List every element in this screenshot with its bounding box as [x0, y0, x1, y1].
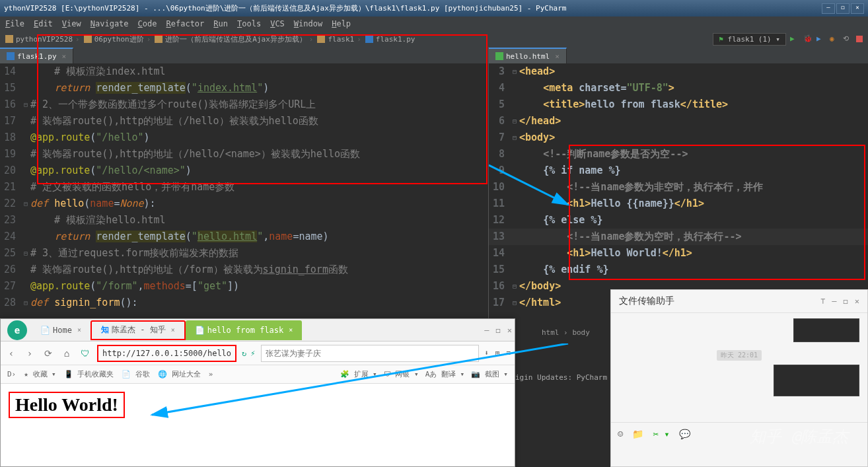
- folder-icon: [84, 35, 92, 43]
- window-title: ythonVIP2528 [E:\pythonVIP2528] - ...\06…: [4, 3, 566, 13]
- maximize-button[interactable]: ◻: [836, 3, 850, 14]
- refresh-icon[interactable]: ↻: [242, 349, 246, 358]
- browser-tab-home[interactable]: 📄 Home×: [31, 320, 90, 340]
- bookmark-google[interactable]: 📄 谷歌: [122, 369, 150, 379]
- main-menu: File Edit View Navigate Code Refactor Ru…: [0, 17, 868, 31]
- crumb-3[interactable]: flask1: [328, 35, 354, 44]
- profile-icon[interactable]: ◉: [830, 34, 839, 44]
- menu-help[interactable]: Help: [332, 19, 351, 28]
- minimize-button[interactable]: —: [822, 3, 835, 14]
- folder-icon: [317, 35, 325, 43]
- bookmark-mobile[interactable]: 📱 手机收藏夹: [64, 369, 114, 379]
- crumb-file[interactable]: flask1.py: [376, 35, 416, 44]
- bookmark-sites[interactable]: 🌐 网址大全: [158, 369, 201, 379]
- left-editor-tabs: flask1.py×: [0, 47, 488, 63]
- scissors-icon[interactable]: ✂ ▾: [653, 429, 669, 439]
- history-icon[interactable]: D›: [7, 370, 16, 378]
- ext-extensions[interactable]: 🧩 扩展 ▾: [340, 369, 377, 379]
- browser-window: e 📄 Home× 知 陈孟杰 - 知乎× 📄 hello from flask…: [0, 318, 515, 467]
- wc-maximize-icon[interactable]: ◻: [844, 297, 848, 306]
- ext-bank[interactable]: 🛡 网银 ▾: [384, 369, 419, 379]
- message-thumbnail[interactable]: [793, 318, 859, 342]
- chat-icon[interactable]: 💬: [679, 429, 690, 439]
- html-file-icon: [495, 52, 503, 60]
- tab-flask1-py[interactable]: flask1.py×: [0, 48, 73, 63]
- bookmarks-bar: D› ★ 收藏 ▾ 📱 手机收藏夹 📄 谷歌 🌐 网址大全 » 🧩 扩展 ▾ 🛡…: [1, 365, 515, 384]
- page-output: Hello World!: [9, 392, 125, 418]
- forward-icon[interactable]: ›: [23, 348, 36, 359]
- browser-maximize-icon[interactable]: ◻: [496, 326, 501, 335]
- crumb-root[interactable]: pythonVIP2528: [16, 35, 73, 44]
- menu-icon[interactable]: ≡: [506, 349, 511, 357]
- ext-translate[interactable]: Aあ 翻译 ▾: [425, 369, 465, 379]
- python-file-icon: [365, 35, 373, 43]
- attach-icon[interactable]: ⟲: [843, 34, 852, 44]
- address-bar[interactable]: http://127.0.0.1:5000/hello: [97, 345, 236, 362]
- close-icon[interactable]: ×: [555, 52, 560, 61]
- grid-icon[interactable]: ⊞: [495, 349, 500, 357]
- wechat-title: 文件传输助手: [619, 295, 674, 307]
- html-breadcrumb: html › body: [542, 328, 590, 337]
- menu-navigate[interactable]: Navigate: [90, 19, 129, 28]
- menu-refactor[interactable]: Refactor: [166, 19, 205, 28]
- close-icon[interactable]: ×: [62, 52, 67, 61]
- bookmark-fav[interactable]: ★ 收藏 ▾: [24, 369, 56, 379]
- browser-minimize-icon[interactable]: —: [484, 326, 489, 335]
- right-editor-tabs: hello.html×: [489, 47, 868, 63]
- ext-screenshot[interactable]: 📷 截图 ▾: [471, 369, 508, 379]
- browser-tab-zhihu[interactable]: 知 陈孟杰 - 知乎×: [90, 320, 186, 340]
- emoji-icon[interactable]: ☺: [618, 429, 623, 439]
- message-timestamp: 昨天 22:01: [717, 350, 762, 361]
- menu-edit[interactable]: Edit: [34, 19, 53, 28]
- crumb-2[interactable]: 进阶一（前后端传送信息及Ajax异步加载）: [165, 34, 307, 44]
- menu-run[interactable]: Run: [213, 19, 228, 28]
- debug-icon[interactable]: 🐞: [803, 34, 813, 44]
- shield-icon[interactable]: 🛡: [79, 348, 92, 359]
- home-icon[interactable]: ⌂: [60, 348, 73, 359]
- message-thumbnail[interactable]: [774, 365, 859, 396]
- menu-file[interactable]: File: [5, 19, 24, 28]
- menu-window[interactable]: Window: [294, 19, 322, 28]
- browser-logo-icon: e: [7, 320, 27, 340]
- folder-icon: [5, 35, 13, 43]
- wc-close-icon[interactable]: ✕: [855, 297, 859, 306]
- watermark: 知乎 @陈孟杰: [750, 426, 848, 447]
- python-file-icon: [7, 52, 15, 60]
- plugin-update-notice[interactable]: igin Updates: PyCharm: [515, 373, 607, 382]
- run-config-select[interactable]: ⚑ flask1 (1) ▾: [713, 33, 786, 46]
- wc-minimize-icon[interactable]: —: [832, 297, 836, 306]
- folder-icon[interactable]: 📁: [632, 429, 643, 439]
- crumb-1[interactable]: 06python进阶: [94, 34, 144, 44]
- browser-viewport: Hello World!: [1, 384, 515, 426]
- browser-close-icon[interactable]: ✕: [507, 326, 512, 335]
- coverage-icon[interactable]: ▶: [816, 34, 826, 44]
- menu-tools[interactable]: Tools: [237, 19, 261, 28]
- run-icon[interactable]: ▶: [790, 34, 799, 44]
- menu-code[interactable]: Code: [138, 19, 157, 28]
- browser-tab-flask[interactable]: 📄 hello from flask×: [186, 320, 303, 340]
- stop-icon[interactable]: [856, 36, 863, 42]
- menu-vcs[interactable]: VCS: [270, 19, 285, 28]
- wechat-messages[interactable]: 昨天 22:01: [611, 313, 867, 422]
- flash-icon[interactable]: ⚡: [250, 349, 255, 358]
- navigation-bar: pythonVIP2528› 06python进阶› 进阶一（前后端传送信息及A…: [0, 31, 868, 47]
- tab-hello-html[interactable]: hello.html×: [489, 48, 567, 63]
- bookmark-more-icon[interactable]: »: [209, 370, 213, 378]
- close-button[interactable]: ✕: [851, 3, 864, 14]
- folder-icon: [155, 35, 163, 43]
- menu-view[interactable]: View: [62, 19, 81, 28]
- window-titlebar: ythonVIP2528 [E:\pythonVIP2528] - ...\06…: [0, 0, 868, 17]
- browser-search-input[interactable]: [261, 345, 480, 362]
- download-icon[interactable]: ⬇: [484, 349, 489, 357]
- back-icon[interactable]: ‹: [5, 348, 18, 359]
- pin-icon[interactable]: ⊤: [820, 297, 825, 306]
- reload-icon[interactable]: ⟳: [42, 348, 55, 359]
